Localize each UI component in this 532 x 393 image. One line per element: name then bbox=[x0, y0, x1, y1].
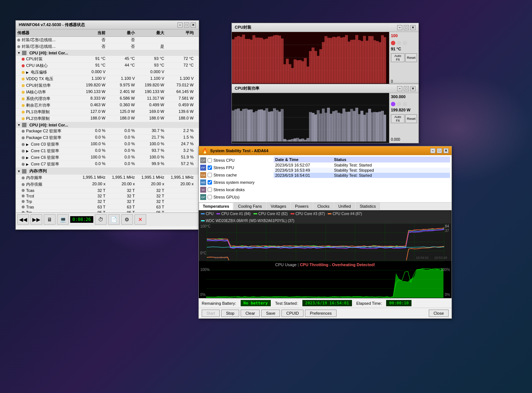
aida64-maximize-btn[interactable]: □ bbox=[437, 148, 442, 153]
hwinfo-sensor-btn[interactable]: 🖥 bbox=[44, 214, 55, 225]
sensor-min: 95 T bbox=[105, 210, 135, 212]
hwinfo-table-row: Trp 32 T 32 T 32 T bbox=[16, 199, 199, 204]
cpu-temp-minimize-btn[interactable]: − bbox=[397, 25, 402, 30]
sensor-min: 20.00 x bbox=[105, 182, 135, 187]
sensor-dot bbox=[22, 200, 25, 203]
sensor-min: 9.975 W bbox=[105, 83, 135, 88]
hwinfo-prev-btn[interactable]: ◀◀ bbox=[17, 214, 29, 225]
sensor-avg: 51.9 % bbox=[164, 155, 194, 160]
sensor-avg: 72 °C bbox=[164, 63, 194, 68]
stop-button[interactable]: Stop bbox=[221, 310, 239, 317]
close-button[interactable]: Close bbox=[429, 310, 449, 317]
hwinfo-table-row: 系统代理功率 8.333 W 6.586 W 11.317 W 7.581 W bbox=[16, 96, 199, 102]
sensor-current: 8.333 W bbox=[76, 96, 105, 101]
hwinfo-col-min: 最小 bbox=[105, 30, 135, 36]
hwinfo-col-avg: 平均 bbox=[164, 30, 194, 36]
hwinfo-close-btn[interactable]: ✕ bbox=[191, 22, 196, 28]
sensor-label: Package C3 驻留率 bbox=[26, 135, 61, 140]
sensor-dot bbox=[22, 176, 25, 179]
sensor-dot bbox=[22, 130, 25, 133]
cpu-temp-window: CPU封装 − □ ✕ 100 91 °C Auto Fit Reset 0 bbox=[231, 23, 419, 85]
hwinfo-section-header: ▼CPU [#0]: Intel Cor... bbox=[16, 50, 199, 56]
sensor-min: 32 T bbox=[105, 199, 135, 204]
clear-button[interactable]: Clear bbox=[241, 310, 260, 317]
hwinfo-next-btn[interactable]: ▶▶ bbox=[30, 214, 42, 225]
disk-checkbox[interactable] bbox=[208, 187, 212, 192]
sensor-min: 125.0 W bbox=[105, 109, 135, 115]
cpu-power-minimize-btn[interactable]: − bbox=[397, 86, 402, 91]
sensor-label: 内存倍频 bbox=[26, 182, 42, 187]
cpu-temp-min-label: 0 bbox=[391, 79, 417, 83]
cache-checkbox[interactable] bbox=[208, 173, 212, 177]
sensor-label: 内存频率 bbox=[26, 175, 42, 181]
cpu-power-reset-btn[interactable]: Reset bbox=[405, 114, 417, 123]
hwinfo-monitor-btn[interactable]: 💻 bbox=[57, 214, 69, 225]
tab-temperatures[interactable]: Temperatures bbox=[199, 203, 233, 210]
sensor-min: 188.0 W bbox=[105, 116, 135, 121]
hwinfo-table-row: ▶Core C1 驻留率 0.0 % 0.0 % 93.7 % 3.2 % bbox=[16, 148, 199, 154]
sensor-current: 20.00 x bbox=[76, 182, 105, 187]
cpu-temp-autofit-btn[interactable]: Auto Fit bbox=[391, 53, 405, 62]
sensor-max: 1,995.1 MHz bbox=[135, 175, 164, 181]
tab-statistics[interactable]: Statistics bbox=[356, 203, 380, 210]
legend-color bbox=[216, 213, 220, 214]
hwinfo-exit-btn[interactable]: ✕ bbox=[134, 214, 146, 225]
aida64-window-controls: − □ ✕ bbox=[430, 148, 449, 153]
hwinfo-clock-btn[interactable]: ⏱ bbox=[95, 214, 107, 225]
hwinfo-toolbar: ◀◀ ▶▶ 🖥 💻 0:08:26 ⏱ 📄 ⚙ ✕ bbox=[16, 212, 199, 226]
sensor-max: 0.499 W bbox=[135, 103, 164, 108]
cpu-temp-maximize-btn[interactable]: □ bbox=[404, 25, 409, 30]
aida64-minimize-btn[interactable]: − bbox=[430, 148, 435, 153]
tab-unified[interactable]: Unified bbox=[334, 203, 355, 210]
tab-powers[interactable]: Powers bbox=[291, 203, 313, 210]
hwinfo-report-btn[interactable]: 📄 bbox=[108, 214, 120, 225]
cpu-power-autofit-btn[interactable]: Auto Fit bbox=[391, 114, 405, 123]
stress-item: DI Stress local disks bbox=[200, 186, 274, 193]
sensor-label: Tras bbox=[26, 205, 34, 209]
log-col-status: Status bbox=[334, 157, 449, 162]
cpu-power-maximize-btn[interactable]: □ bbox=[404, 86, 409, 91]
sensor-min bbox=[105, 69, 135, 75]
cpu-temp-close-btn[interactable]: ✕ bbox=[410, 25, 416, 30]
log-header: Date & Time Status bbox=[274, 157, 450, 162]
hwinfo-maximize-btn[interactable]: □ bbox=[184, 22, 189, 28]
start-button[interactable]: Start bbox=[202, 310, 220, 317]
sensor-current: 32 T bbox=[76, 199, 105, 204]
tab-clocks[interactable]: Clocks bbox=[313, 203, 334, 210]
log-rows: 2023/6/19 16:52:07Stability Test: Starte… bbox=[274, 162, 450, 178]
tab-voltages[interactable]: Voltages bbox=[267, 203, 290, 210]
sensor-label: CPU封装 bbox=[26, 56, 43, 62]
preferences-button[interactable]: Preferences bbox=[305, 310, 336, 317]
cpu-temp-title-bar[interactable]: CPU封装 − □ ✕ bbox=[232, 23, 418, 32]
aida64-close-btn[interactable]: ✕ bbox=[443, 148, 449, 153]
tab-cooling-fans[interactable]: Cooling Fans bbox=[234, 203, 266, 210]
hwinfo-col-max: 最大 bbox=[135, 30, 164, 36]
hwinfo-minimize-btn[interactable]: − bbox=[177, 22, 183, 28]
cpu-power-close-btn[interactable]: ✕ bbox=[410, 86, 416, 91]
sensor-avg bbox=[164, 37, 194, 43]
sensor-min: 0.0 % bbox=[105, 161, 135, 167]
mem-checkbox[interactable] bbox=[208, 180, 212, 185]
cpuid-button[interactable]: CPUID bbox=[281, 310, 303, 317]
sensor-max: 是 bbox=[135, 44, 164, 49]
fpu-checkbox[interactable] bbox=[208, 165, 212, 170]
hwinfo-section-header: ▼CPU [#0]: Intel Cor... bbox=[16, 122, 199, 128]
sensor-label: IA核心功率 bbox=[26, 89, 46, 95]
hwinfo-settings-btn[interactable]: ⚙ bbox=[121, 214, 133, 225]
sensor-label: Trp bbox=[26, 199, 32, 204]
sensor-min: 0.0 % bbox=[105, 142, 135, 147]
cpu-power-title-bar[interactable]: CPU封装功率 − □ ✕ bbox=[232, 84, 418, 93]
sensor-avg: 3.2 % bbox=[164, 148, 194, 154]
hwinfo-title-bar[interactable]: HWiNFO64 v7.42-5030 - 传感器状态 − □ ✕ bbox=[16, 21, 199, 29]
sensor-current: 190.133 W bbox=[76, 89, 105, 95]
save-button[interactable]: Save bbox=[261, 310, 280, 317]
stress-label: Stress GPU(s) bbox=[213, 195, 240, 199]
legend-item: WDC WD20EZBX-08AYR (WD-WXB2A61P0Y5L) (37… bbox=[201, 219, 294, 223]
cpu-checkbox[interactable] bbox=[208, 158, 212, 162]
aida64-title-bar[interactable]: 🔥 System Stability Test - AIDA64 − □ ✕ bbox=[199, 146, 452, 155]
hwinfo-window: HWiNFO64 v7.42-5030 - 传感器状态 − □ ✕ 传感器 当前… bbox=[15, 20, 199, 230]
gpu-checkbox[interactable] bbox=[208, 195, 212, 199]
cpu-temp-reset-btn[interactable]: Reset bbox=[405, 53, 417, 62]
cpu-temp-color-dot2 bbox=[397, 41, 401, 45]
cpu-y-max: 100% bbox=[200, 268, 210, 272]
